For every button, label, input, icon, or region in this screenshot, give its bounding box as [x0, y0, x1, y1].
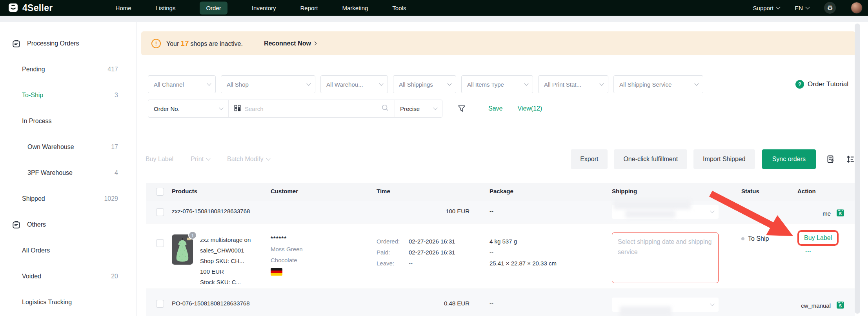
- inactive-shops-banner: ! Your17shops are inactive. Reconnect No…: [141, 31, 855, 55]
- sidebar: Processing Orders Pending 417 To-Ship 3 …: [0, 22, 136, 316]
- col-shipping: Shipping: [607, 183, 735, 194]
- vertical-scrollbar[interactable]: [855, 24, 860, 314]
- sidebar-item-3pf-warehouse[interactable]: 3PF Warehouse 4: [0, 160, 136, 186]
- search-icon[interactable]: [381, 104, 389, 113]
- chevron-down-icon: [379, 81, 383, 85]
- search-mode-select[interactable]: Precise: [395, 100, 442, 117]
- page-background-strip: [0, 16, 868, 22]
- search-input[interactable]: [245, 105, 377, 112]
- store-icon: S: [835, 300, 845, 311]
- column-settings-icon[interactable]: [846, 154, 855, 164]
- sidebar-item-to-ship[interactable]: To-Ship 3: [0, 82, 136, 108]
- filter-all-channel[interactable]: All Channel: [148, 75, 216, 93]
- sidebar-item-processing-orders[interactable]: Processing Orders: [0, 31, 136, 56]
- col-customer: Customer: [267, 183, 373, 194]
- chevron-down-icon: [207, 81, 211, 85]
- chevron-down-icon: [219, 105, 223, 110]
- chevron-down-icon: [266, 156, 270, 160]
- product-title[interactable]: zxz multistorage on sales_CHW0001: [200, 234, 267, 256]
- row-checkbox[interactable]: [156, 208, 164, 216]
- col-action: Action: [792, 183, 855, 194]
- view-link[interactable]: View(12): [517, 105, 542, 112]
- sidebar-item-logistics-tracking[interactable]: Logistics Tracking: [0, 289, 136, 315]
- sidebar-item-shipped[interactable]: Shipped 1029: [0, 186, 136, 212]
- redacted-text: [613, 200, 691, 209]
- nav-marketing[interactable]: Marketing: [342, 5, 368, 11]
- brand[interactable]: 4Seller: [8, 2, 53, 14]
- filter-all-items-type[interactable]: All Items Type: [461, 75, 533, 93]
- sync-orders-button[interactable]: Sync orders: [762, 149, 816, 169]
- order-tutorial-link[interactable]: ? Order Tutorial: [795, 80, 848, 89]
- chevron-down-icon: [694, 81, 699, 85]
- col-status: Status: [735, 183, 792, 194]
- filter-all-shop[interactable]: All Shop: [221, 75, 315, 93]
- one-click-fulfillment-button[interactable]: One-click fulfillment: [614, 149, 687, 169]
- nav-listings[interactable]: Listings: [156, 5, 176, 11]
- buy-label-bulk-button[interactable]: Buy Label: [146, 156, 173, 163]
- brand-name: 4Seller: [22, 3, 53, 13]
- row-checkbox[interactable]: [156, 300, 164, 308]
- sidebar-item-voided[interactable]: Voided 20: [0, 263, 136, 289]
- quantity-badge: 1: [188, 231, 197, 240]
- shipping-service-select[interactable]: [612, 298, 719, 312]
- shipping-service-select[interactable]: [612, 205, 719, 219]
- order-number: PO-076-15081808128633768: [168, 289, 267, 307]
- shipping-date-service-input[interactable]: Select shipping date and shipping servic…: [612, 232, 719, 283]
- language-menu[interactable]: EN: [795, 5, 809, 11]
- sidebar-item-pending[interactable]: Pending 417: [0, 56, 136, 82]
- buy-label-button[interactable]: Buy Label: [804, 234, 832, 241]
- col-time: Time: [373, 183, 486, 194]
- filter-all-shipping-service[interactable]: All Shipping Service: [613, 75, 703, 93]
- chevron-down-icon: [433, 105, 437, 110]
- count-badge: 3: [115, 92, 118, 99]
- main-content: ! Your17shops are inactive. Reconnect No…: [136, 22, 868, 316]
- sidebar-item-own-warehouse[interactable]: Own Warehouse 17: [0, 134, 136, 160]
- more-actions-button[interactable]: ...: [805, 247, 855, 253]
- batch-modify-button[interactable]: Batch Modify: [227, 156, 269, 163]
- sidebar-item-in-process[interactable]: In Process: [0, 108, 136, 134]
- chevron-down-icon: [776, 5, 780, 9]
- settings-button[interactable]: ⚙: [824, 2, 836, 14]
- chevron-down-icon: [524, 81, 528, 85]
- product-price: 100 EUR: [200, 266, 267, 277]
- import-shipped-button[interactable]: Import Shipped: [693, 149, 755, 169]
- export-button[interactable]: Export: [571, 149, 608, 169]
- gear-icon: ⚙: [827, 4, 833, 12]
- reconnect-now-link[interactable]: Reconnect Now: [264, 40, 316, 47]
- user-avatar[interactable]: [851, 2, 863, 14]
- nav-order[interactable]: Order: [200, 2, 227, 15]
- count-badge: 1029: [104, 195, 118, 202]
- package-value: --: [486, 289, 607, 307]
- sidebar-item-all-orders[interactable]: All Orders: [0, 238, 136, 263]
- svg-text:S: S: [839, 304, 842, 308]
- scan-icon: [234, 105, 241, 113]
- question-icon: ?: [795, 80, 804, 89]
- save-filter-link[interactable]: Save: [488, 105, 502, 112]
- table-row: PO-076-15081808128633768 0.48 EUR -- cw_…: [146, 289, 855, 316]
- select-all-checkbox[interactable]: [156, 188, 164, 196]
- buy-label-highlight: Buy Label: [797, 230, 839, 246]
- print-bulk-button[interactable]: Print: [191, 156, 210, 163]
- nav-inventory[interactable]: Inventory: [252, 5, 276, 11]
- nav-home[interactable]: Home: [116, 5, 131, 11]
- others-section-icon: [12, 220, 21, 229]
- status-badge: To Ship: [748, 235, 769, 242]
- row-checkbox[interactable]: [156, 239, 164, 247]
- product-image[interactable]: 1: [172, 234, 193, 287]
- nav-tools[interactable]: Tools: [392, 5, 406, 11]
- filter-all-print-status[interactable]: All Print Stat...: [538, 75, 608, 93]
- filter-icon[interactable]: [457, 104, 466, 113]
- orders-table: Products Customer Time Package Shipping …: [146, 183, 855, 316]
- search-field-select[interactable]: Order No.: [148, 100, 229, 117]
- filter-all-warehouse[interactable]: All Warehou...: [320, 75, 388, 93]
- upload-document-icon[interactable]: [826, 154, 835, 164]
- customer-name: ******: [271, 233, 373, 244]
- nav-report[interactable]: Report: [300, 5, 318, 11]
- chevron-down-icon: [710, 301, 714, 306]
- sidebar-item-others[interactable]: Others: [0, 212, 136, 238]
- top-navbar: 4Seller Home Listings Order Inventory Re…: [0, 0, 868, 16]
- col-package: Package: [486, 183, 607, 194]
- support-menu[interactable]: Support: [753, 5, 780, 11]
- package-dimensions: 25.41 × 22.87 × 20.33 cm: [490, 258, 607, 269]
- filter-all-shippings[interactable]: All Shippings: [393, 75, 456, 93]
